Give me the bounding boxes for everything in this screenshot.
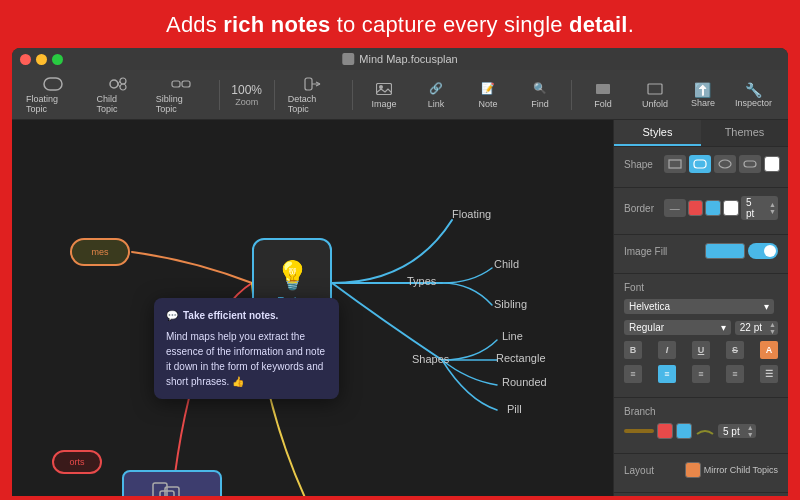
detach-topic-button[interactable]: Detach Topic [282, 73, 345, 117]
branch-controls-row: 5 pt ▲ ▼ [624, 423, 778, 439]
mirror-child-label: Mirror Child Topics [704, 465, 778, 475]
branch-label: Branch [624, 406, 664, 417]
border-section: Border — 5 pt ▲ ▼ [614, 188, 788, 235]
focusplan-node[interactable]: Focusplan [122, 470, 222, 496]
shape-rect-btn[interactable] [664, 155, 686, 173]
floating-label: Floating [452, 208, 491, 220]
svg-rect-0 [44, 78, 62, 90]
note-bullet-icon: 💬 [166, 308, 178, 323]
shape-controls [664, 155, 780, 173]
window-title: Mind Map.focusplan [342, 53, 457, 65]
maximize-button[interactable] [52, 54, 63, 65]
font-size-stepper[interactable]: 22 pt ▲ ▼ [735, 321, 778, 335]
inspector-icon: 🔧 [745, 82, 762, 98]
layout-label: Layout [624, 465, 664, 476]
fold-button[interactable]: Fold [579, 78, 627, 112]
border-row: Border — 5 pt ▲ ▼ [624, 196, 778, 220]
child-label: Child [494, 258, 519, 270]
rectangle-label: Rectangle [496, 352, 546, 364]
image-button[interactable]: Image [360, 78, 408, 112]
align-center-button[interactable]: ≡ [658, 365, 676, 383]
svg-rect-6 [172, 81, 180, 87]
image-fill-swatch[interactable] [705, 243, 745, 259]
tab-styles[interactable]: Styles [614, 120, 701, 146]
border-color-swatch-blue[interactable] [705, 200, 721, 216]
note-button[interactable]: 📝 Note [464, 78, 512, 112]
align-right-button[interactable]: ≡ [692, 365, 710, 383]
link-icon: 🔗 [426, 81, 446, 97]
chevron-down-icon-2: ▾ [721, 322, 726, 333]
italic-button[interactable]: I [658, 341, 676, 359]
underline-button[interactable]: U [692, 341, 710, 359]
close-button[interactable] [20, 54, 31, 65]
svg-rect-15 [648, 84, 662, 94]
sibling-topic-button[interactable]: Sibling Topic [150, 73, 212, 117]
image-fill-section: Image Fill [614, 235, 788, 274]
child-topic-button[interactable]: Child Topic [91, 73, 146, 117]
header-text-normal: Adds [166, 12, 223, 37]
toolbar-right: ⬆️ Share 🔧 Inspector [683, 79, 780, 111]
svg-rect-8 [305, 78, 312, 90]
align-left-button[interactable]: ≡ [624, 365, 642, 383]
floating-topic-icon [43, 76, 63, 92]
svg-rect-21 [694, 160, 706, 168]
font-size-up[interactable]: ▲ [767, 321, 778, 328]
branch-line-style[interactable] [624, 429, 654, 433]
branch-up[interactable]: ▲ [745, 424, 756, 431]
header-text-end: . [628, 12, 634, 37]
types-label: Types [407, 275, 436, 287]
layout-section: Layout Mirror Child Topics [614, 454, 788, 493]
title-bar: Mind Map.focusplan [12, 48, 788, 70]
border-size-stepper[interactable]: 5 pt ▲ ▼ [741, 196, 778, 220]
svg-rect-23 [744, 161, 756, 167]
font-color-button[interactable]: A [760, 341, 778, 359]
unfold-button[interactable]: Unfold [631, 78, 679, 112]
font-align-row: ≡ ≡ ≡ ≡ ☰ [624, 365, 778, 383]
image-fill-toggle[interactable] [748, 243, 778, 259]
shape-rounded-btn[interactable] [689, 155, 711, 173]
image-fill-controls [705, 243, 778, 259]
tab-themes[interactable]: Themes [701, 120, 788, 146]
shape-color-swatch[interactable] [764, 156, 780, 172]
mindmap-canvas[interactable]: mes 💡 Topics Floating Types Child Siblin… [12, 120, 613, 496]
bold-button[interactable]: B [624, 341, 642, 359]
font-family-dropdown[interactable]: Helvetica ▾ [624, 299, 774, 314]
zoom-button[interactable]: 100% Zoom [227, 80, 267, 110]
note-popup-title: 💬 Take efficient notes. [166, 308, 327, 323]
link-button[interactable]: 🔗 Link [412, 78, 460, 112]
border-label: Border [624, 203, 664, 214]
strikethrough-button[interactable]: S [726, 341, 744, 359]
font-style-dropdown[interactable]: Regular ▾ [624, 320, 731, 335]
branch-color-red[interactable] [657, 423, 673, 439]
stepper-up[interactable]: ▲ [767, 201, 778, 208]
border-minus-btn[interactable]: — [664, 199, 686, 217]
branch-size-stepper[interactable]: 5 pt ▲ ▼ [718, 424, 756, 438]
font-label: Font [624, 282, 664, 293]
inspector-button[interactable]: 🔧 Inspector [727, 79, 780, 111]
branch-color-blue[interactable] [676, 423, 692, 439]
shape-circle-btn[interactable] [714, 155, 736, 173]
stepper-down[interactable]: ▼ [767, 208, 778, 215]
font-size-down[interactable]: ▼ [767, 328, 778, 335]
minimize-button[interactable] [36, 54, 47, 65]
svg-rect-14 [596, 84, 610, 94]
stepper-arrows: ▲ ▼ [767, 201, 778, 215]
branch-down[interactable]: ▼ [745, 431, 756, 438]
svg-point-2 [120, 78, 126, 84]
border-color-white[interactable] [723, 200, 739, 216]
border-color-swatch[interactable] [688, 200, 704, 216]
list-button[interactable]: ☰ [760, 365, 778, 383]
layout-color[interactable] [685, 462, 701, 478]
search-icon: 🔍 [530, 81, 550, 97]
image-icon [374, 81, 394, 97]
align-justify-button[interactable]: ≡ [726, 365, 744, 383]
file-icon [342, 53, 354, 65]
inspector-tabs: Styles Themes [614, 120, 788, 147]
toolbar-sep-1 [219, 80, 220, 110]
sibling-topic-icon [171, 76, 191, 92]
share-button[interactable]: ⬆️ Share [683, 79, 723, 111]
child-topic-icon [108, 76, 128, 92]
floating-topic-button[interactable]: Floating Topic [20, 73, 87, 117]
find-button[interactable]: 🔍 Find [516, 78, 564, 112]
shape-pill-btn[interactable] [739, 155, 761, 173]
